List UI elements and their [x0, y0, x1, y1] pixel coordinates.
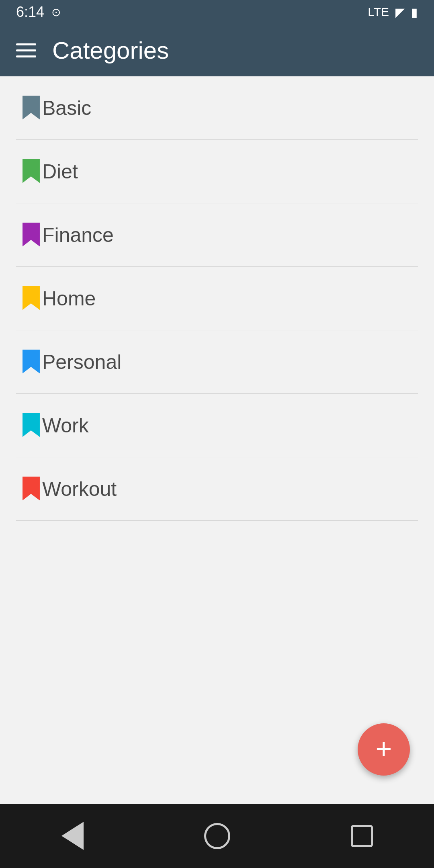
bookmark-icon-home	[20, 286, 42, 311]
bookmark-icon-basic	[20, 96, 42, 121]
home-icon	[204, 823, 230, 849]
back-icon	[61, 822, 84, 850]
svg-marker-6	[23, 477, 40, 500]
category-item-workout[interactable]: Workout	[0, 457, 434, 521]
page-title: Categories	[52, 37, 169, 64]
bookmark-icon-personal	[20, 350, 42, 375]
home-button[interactable]	[201, 820, 233, 852]
signal-strength-icon: ◤	[395, 5, 405, 19]
svg-marker-2	[23, 223, 40, 246]
category-item-finance[interactable]: Finance	[0, 203, 434, 267]
signal-icon: ⊙	[51, 6, 61, 19]
categories-list: BasicDietFinanceHomePersonalWorkWorkout	[0, 76, 434, 521]
category-label-personal: Personal	[42, 350, 121, 374]
category-label-finance: Finance	[42, 223, 114, 247]
status-time: 6:14	[16, 4, 44, 20]
svg-marker-4	[23, 350, 40, 373]
category-item-work[interactable]: Work	[0, 394, 434, 457]
status-bar: 6:14 ⊙ LTE ◤ ▮	[0, 0, 434, 24]
recent-button[interactable]	[346, 820, 378, 852]
bookmark-icon-workout	[20, 477, 42, 502]
category-label-workout: Workout	[42, 477, 117, 501]
back-button[interactable]	[56, 820, 88, 852]
add-category-button[interactable]: +	[358, 723, 410, 776]
bookmark-icon-work	[20, 413, 42, 438]
status-right: LTE ◤ ▮	[368, 5, 418, 19]
recent-icon	[351, 825, 373, 847]
lte-label: LTE	[368, 5, 389, 19]
status-left: 6:14 ⊙	[16, 4, 61, 20]
category-label-home: Home	[42, 287, 96, 310]
category-label-work: Work	[42, 414, 89, 437]
svg-marker-3	[23, 286, 40, 310]
category-item-basic[interactable]: Basic	[0, 76, 434, 140]
bottom-nav	[0, 804, 434, 868]
category-item-home[interactable]: Home	[0, 267, 434, 330]
svg-marker-0	[23, 96, 40, 119]
bookmark-icon-finance	[20, 223, 42, 248]
svg-marker-1	[23, 159, 40, 183]
add-icon: +	[376, 735, 392, 763]
category-label-basic: Basic	[42, 96, 91, 120]
category-label-diet: Diet	[42, 160, 78, 183]
app-bar: Categories	[0, 24, 434, 76]
category-item-diet[interactable]: Diet	[0, 140, 434, 203]
battery-icon: ▮	[411, 5, 418, 19]
category-item-personal[interactable]: Personal	[0, 330, 434, 394]
svg-marker-5	[23, 413, 40, 437]
menu-button[interactable]	[16, 43, 36, 57]
bookmark-icon-diet	[20, 159, 42, 184]
